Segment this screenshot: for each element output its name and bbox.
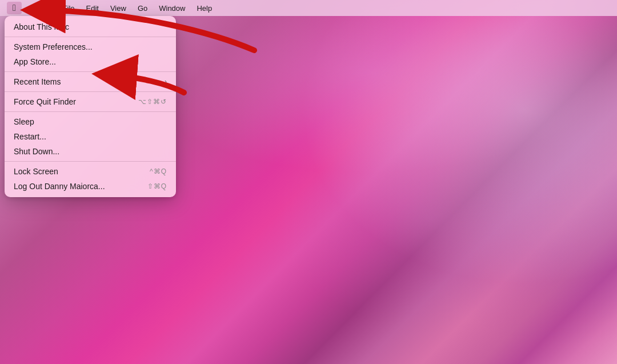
menu-item-about[interactable]: About This Mac (5, 19, 176, 34)
menu-item-logout[interactable]: Log Out Danny Maiorca... ⇧⌘Q (5, 179, 176, 194)
menu-item-recent-items-label: Recent Items (14, 77, 160, 86)
menu-bar-go[interactable]: Go (133, 3, 152, 14)
menu-bar-edit[interactable]: Edit (82, 3, 103, 14)
apple-menu-button[interactable]:  (7, 2, 22, 14)
menu-item-force-quit-label: Force Quit Finder (14, 97, 138, 106)
apple-menu-dropdown: About This Mac System Preferences... App… (5, 16, 176, 197)
menu-item-about-label: About This Mac (14, 22, 167, 31)
menu-item-system-prefs[interactable]: System Preferences... (5, 39, 176, 54)
logout-shortcut: ⇧⌘Q (147, 182, 167, 190)
menu-item-shutdown[interactable]: Shut Down... (5, 144, 176, 159)
menu-bar-file[interactable]: File (58, 3, 79, 14)
menu-bar-view[interactable]: View (106, 3, 131, 14)
separator-3 (5, 91, 176, 92)
menu-item-lock-screen-label: Lock Screen (14, 167, 150, 176)
menu-item-logout-label: Log Out Danny Maiorca... (14, 182, 147, 191)
recent-items-arrow-icon: › (165, 78, 167, 86)
menu-item-sleep-label: Sleep (14, 117, 167, 126)
separator-2 (5, 71, 176, 72)
menu-item-force-quit[interactable]: Force Quit Finder ⌥⇧⌘↺ (5, 94, 176, 109)
menu-item-lock-screen[interactable]: Lock Screen ^⌘Q (5, 164, 176, 179)
menu-bar-window[interactable]: Window (154, 3, 190, 14)
menu-item-system-prefs-label: System Preferences... (14, 42, 167, 51)
separator-4 (5, 111, 176, 112)
menu-bar-help[interactable]: Help (192, 3, 217, 14)
menu-item-sleep[interactable]: Sleep (5, 114, 176, 129)
force-quit-shortcut: ⌥⇧⌘↺ (138, 98, 167, 106)
separator-1 (5, 37, 176, 37)
menu-item-app-store[interactable]: App Store... (5, 54, 176, 69)
menu-item-restart-label: Restart... (14, 132, 167, 141)
separator-5 (5, 161, 176, 162)
menu-item-restart[interactable]: Restart... (5, 129, 176, 144)
menu-item-app-store-label: App Store... (14, 57, 167, 66)
menu-item-recent-items[interactable]: Recent Items › (5, 74, 176, 89)
menu-bar:  Finder File Edit View Go Window Help (0, 0, 617, 16)
lock-screen-shortcut: ^⌘Q (150, 167, 167, 175)
menu-bar-finder[interactable]: Finder (24, 3, 56, 14)
menu-item-shutdown-label: Shut Down... (14, 147, 167, 156)
